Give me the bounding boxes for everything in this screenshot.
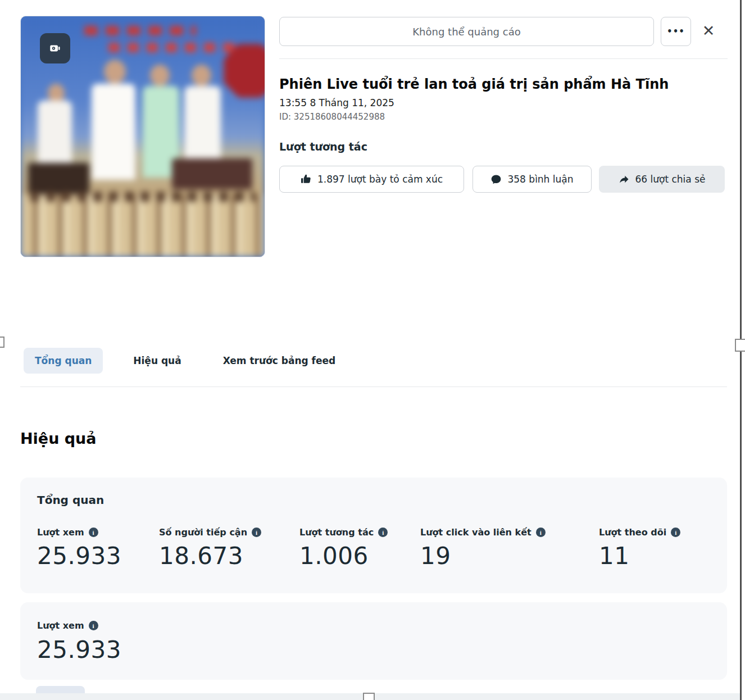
thumbs-up-icon [301,174,312,185]
info-icon[interactable]: i [378,528,388,537]
reactions-label: 1.897 lượt bày tỏ cảm xúc [317,174,443,185]
shares-label: 66 lượt chia sẻ [635,174,706,185]
thumbnail-blob [172,158,252,190]
post-title: Phiên Live tuổi trẻ lan toả giá trị sản … [279,76,684,92]
views-card: Lượt xem i 25.933 [20,602,727,680]
tabs-divider [20,387,727,387]
thumbnail-blob [92,84,135,180]
ellipsis-icon: ••• [667,26,685,37]
thumbnail-blob [192,65,211,87]
views-card-value: 25.933 [37,636,121,663]
metric-views: Lượt xem i 25.933 [37,527,121,570]
engagement-heading: Lượt tương tác [279,140,367,153]
share-arrow-icon [619,174,630,185]
metric-value: 1.006 [299,542,388,570]
post-id: ID: 32518608044452988 [279,112,385,122]
overview-card: Tổng quan Lượt xem i 25.933 Số người tiế… [20,478,727,593]
thumbnail-blob [48,84,65,103]
info-icon[interactable]: i [252,528,261,537]
tab-overview[interactable]: Tổng quan [24,348,103,374]
info-icon[interactable]: i [89,528,98,537]
metric-value: 11 [599,542,680,570]
metric-value: 25.933 [37,542,121,570]
post-thumbnail[interactable] [20,16,265,257]
comment-icon [490,174,502,185]
video-badge [40,33,70,63]
post-timestamp: 13:55 8 Tháng 11, 2025 [279,97,394,108]
thumbnail-blob [84,26,197,35]
thumbnail-blob [108,43,235,52]
comments-button[interactable]: 358 bình luận [473,166,592,193]
views-card-label: Lượt xem [37,620,84,631]
metric-interactions: Lượt tương tác i 1.006 [299,527,388,570]
comments-label: 358 bình luận [507,174,573,185]
tab-feed-preview[interactable]: Xem trước bảng feed [212,348,347,374]
metric-label: Lượt click vào liên kết [420,527,532,538]
cannot-promote-button[interactable]: Không thể quảng cáo [279,17,654,46]
metric-reach: Số người tiếp cận i 18.673 [159,527,261,570]
thumbnail-blob [28,163,89,194]
thumbnail-blob [30,192,255,201]
metric-value: 18.673 [159,542,261,570]
info-icon[interactable]: i [536,528,546,537]
insights-tabs: Tổng quan Hiệu quả Xem trước bảng feed [24,347,347,375]
thumbnail-blob [38,101,72,168]
metric-label: Lượt theo dõi [599,527,666,538]
close-icon: ✕ [702,22,715,40]
tab-performance[interactable]: Hiệu quả [122,348,192,374]
overview-card-title: Tổng quan [37,493,104,507]
selection-handle-right[interactable] [735,339,745,352]
metric-label: Lượt tương tác [299,527,374,538]
metric-label: Lượt xem [37,527,84,538]
more-options-button[interactable]: ••• [661,17,691,46]
thumbnail-blob [104,60,126,84]
thumbnail-blob [21,194,265,257]
cannot-promote-label: Không thể quảng cáo [412,26,520,38]
performance-section-title: Hiệu quả [20,430,97,447]
reactions-button[interactable]: 1.897 lượt bày tỏ cảm xúc [279,166,464,193]
selection-handle-left[interactable] [0,337,4,348]
metric-label: Số người tiếp cận [159,527,247,538]
partial-next-tab [36,686,85,694]
selection-handle-bottom[interactable] [363,693,375,700]
video-camera-icon [49,43,61,54]
post-insights-dialog: Không thể quảng cáo ••• ✕ Phiên Live tuổ… [0,0,745,700]
shares-button[interactable]: 66 lượt chia sẻ [599,166,725,193]
info-icon[interactable]: i [89,621,98,630]
close-button[interactable]: ✕ [698,20,719,42]
info-icon[interactable]: i [671,528,680,537]
metric-link-clicks: Lượt click vào liên kết i 19 [420,527,546,570]
metric-value: 19 [420,542,546,570]
metric-follows: Lượt theo dõi i 11 [599,527,680,570]
thumbnail-blob [150,65,170,87]
header-divider [279,58,728,59]
